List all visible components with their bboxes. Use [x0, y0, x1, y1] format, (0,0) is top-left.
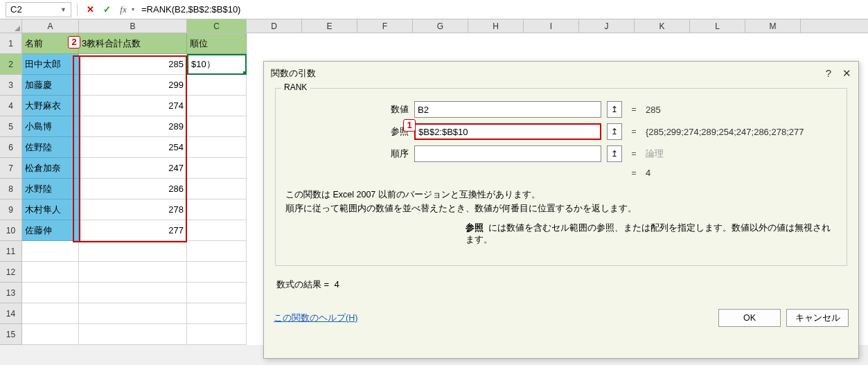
row-header[interactable]: 1 [0, 33, 22, 54]
cell[interactable]: 佐野陸 [22, 137, 79, 158]
col-header-M[interactable]: M [745, 19, 801, 33]
cell[interactable]: 水野陸 [22, 179, 79, 199]
arg-input-order[interactable] [414, 145, 601, 162]
col-header-E[interactable]: E [302, 19, 357, 33]
cell[interactable] [187, 116, 247, 137]
row-header[interactable]: 2 [0, 54, 22, 75]
cancel-button[interactable]: キャンセル [786, 309, 849, 327]
equals-sign: = [628, 168, 640, 178]
name-box[interactable]: C2 ▼ [6, 2, 71, 17]
cell[interactable]: 278 [79, 199, 187, 220]
close-icon[interactable]: ✕ [842, 67, 851, 80]
cell[interactable]: 松倉加奈 [22, 158, 79, 179]
cell[interactable] [187, 75, 247, 96]
cell[interactable] [187, 179, 247, 199]
cell[interactable]: 247 [79, 158, 187, 179]
row-header[interactable]: 10 [0, 220, 22, 241]
cell[interactable]: 299 [79, 75, 187, 96]
cell[interactable]: 285 [79, 54, 187, 75]
cell[interactable] [79, 241, 187, 262]
range-select-icon[interactable]: ↥ [607, 101, 622, 118]
col-header-G[interactable]: G [413, 19, 468, 33]
divider [77, 3, 78, 16]
formula-result: 数式の結果 = 4 [276, 278, 846, 291]
row-header[interactable]: 5 [0, 116, 22, 137]
insert-function-icon[interactable]: fx [116, 3, 130, 17]
cell[interactable]: 3教科合計点数 [79, 33, 187, 54]
cell[interactable] [187, 220, 247, 241]
range-select-icon[interactable]: ↥ [607, 145, 622, 162]
cell[interactable]: 大野麻衣 [22, 96, 79, 116]
cell[interactable]: 木村隼人 [22, 199, 79, 220]
cell[interactable]: 277 [79, 220, 187, 241]
cell[interactable] [187, 158, 247, 179]
cell[interactable] [79, 324, 187, 345]
cell[interactable] [187, 199, 247, 220]
cell[interactable]: 286 [79, 179, 187, 199]
function-help-link[interactable]: この関数のヘルプ(H) [274, 312, 357, 324]
cell[interactable] [187, 241, 247, 262]
cell[interactable]: 加藤慶 [22, 75, 79, 96]
cell[interactable] [187, 96, 247, 116]
cell[interactable] [187, 262, 247, 283]
chevron-down-icon[interactable]: ▼ [60, 6, 67, 13]
col-header-A[interactable]: A [22, 19, 79, 33]
row-header[interactable]: 14 [0, 303, 22, 324]
ok-button[interactable]: OK [718, 309, 781, 327]
cell[interactable] [22, 262, 79, 283]
col-header-B[interactable]: B [79, 19, 187, 33]
desc-line1: この関数は Excel 2007 以前のバージョンと互換性があります。 [285, 190, 540, 199]
arg-input-ref[interactable]: $B$2:$B$10 [414, 123, 601, 140]
range-select-icon[interactable]: ↥ [607, 123, 622, 140]
cell[interactable] [79, 283, 187, 303]
cell[interactable] [187, 303, 247, 324]
calc-result-row: = 4 [284, 168, 838, 178]
cell[interactable] [79, 262, 187, 283]
row-header[interactable]: 4 [0, 96, 22, 116]
col-header-D[interactable]: D [247, 19, 302, 33]
cell[interactable]: 田中太郎 [22, 54, 79, 75]
row-header[interactable]: 7 [0, 158, 22, 179]
col-header-H[interactable]: H [468, 19, 524, 33]
cell[interactable]: 274 [79, 96, 187, 116]
equals-sign: = [628, 127, 640, 136]
active-cell[interactable]: $10） [187, 54, 247, 75]
formula-input[interactable]: =RANK(B2,$B$2:$B$10) [137, 4, 862, 15]
select-all-corner[interactable] [0, 19, 22, 33]
cell[interactable] [187, 137, 247, 158]
row-header[interactable]: 6 [0, 137, 22, 158]
help-icon[interactable]: ? [826, 67, 831, 80]
row-header[interactable]: 8 [0, 179, 22, 199]
dialog-titlebar: 関数の引数 ? ✕ [264, 62, 858, 85]
col-header-J[interactable]: J [579, 19, 635, 33]
row-header[interactable]: 13 [0, 283, 22, 303]
col-header-K[interactable]: K [635, 19, 690, 33]
row-header[interactable]: 3 [0, 75, 22, 96]
cell[interactable] [22, 324, 79, 345]
row-header[interactable]: 12 [0, 262, 22, 283]
cell[interactable] [79, 303, 187, 324]
chevron-down-icon[interactable]: ▾ [132, 6, 134, 12]
cell[interactable]: 順位 [187, 33, 247, 54]
arg-row-order: 順序 ↥ = 論理 [284, 145, 838, 162]
cell[interactable]: 254 [79, 137, 187, 158]
cancel-icon[interactable]: ✕ [83, 3, 97, 17]
cell[interactable]: 小島博 [22, 116, 79, 137]
col-header-C[interactable]: C [187, 19, 247, 33]
row-header[interactable]: 11 [0, 241, 22, 262]
row-header[interactable]: 15 [0, 324, 22, 345]
row-header[interactable]: 9 [0, 199, 22, 220]
cell[interactable] [187, 324, 247, 345]
arg-result: {285;299;274;289;254;247;286;278;277 [646, 127, 804, 137]
cell[interactable]: 佐藤伸 [22, 220, 79, 241]
cell[interactable]: 289 [79, 116, 187, 137]
enter-icon[interactable]: ✓ [100, 3, 114, 17]
col-header-L[interactable]: L [690, 19, 745, 33]
cell[interactable] [22, 241, 79, 262]
cell[interactable] [187, 283, 247, 303]
cell[interactable] [22, 303, 79, 324]
cell[interactable] [22, 283, 79, 303]
col-header-F[interactable]: F [357, 19, 413, 33]
arg-input-number[interactable]: B2 [414, 101, 601, 118]
col-header-I[interactable]: I [524, 19, 579, 33]
